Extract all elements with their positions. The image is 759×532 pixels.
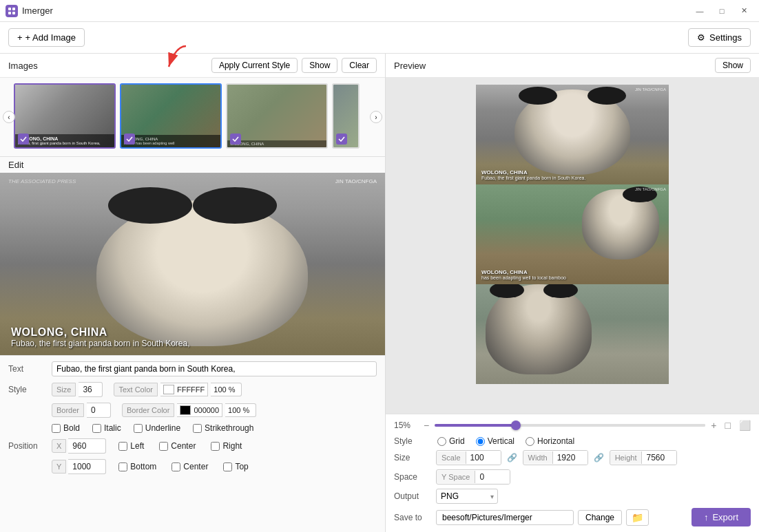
grid-radio[interactable] <box>437 437 446 446</box>
bold-checkbox[interactable]: Bold <box>52 423 80 433</box>
close-button[interactable]: ✕ <box>734 4 753 18</box>
apply-style-button[interactable]: Apply Current Style <box>211 58 298 73</box>
zoom-in-icon[interactable]: + <box>711 420 716 431</box>
border-value[interactable]: 0 <box>87 403 111 418</box>
border-color-group: Border Color 000000 100 % <box>122 403 256 417</box>
horizontal-radio[interactable] <box>526 437 534 446</box>
thumbnail-4[interactable] <box>332 83 360 149</box>
preview-image-2: WOLONG, CHINA has been adapting well to … <box>476 184 669 284</box>
size-group: Size 36 <box>52 382 103 397</box>
x-coord-group: X 960 <box>52 438 106 454</box>
x-label: X <box>52 439 66 453</box>
right-check-input[interactable] <box>211 442 220 451</box>
thumbnail-3[interactable]: WOLONG, CHINA <box>226 83 328 149</box>
minimize-button[interactable]: — <box>690 4 709 18</box>
zoom-out-icon[interactable]: − <box>424 420 429 431</box>
settings-button[interactable]: ⚙ Settings <box>688 28 751 47</box>
bottom-checkbox[interactable]: Bottom <box>118 462 156 471</box>
y-value[interactable]: 1000 <box>68 459 106 474</box>
scale-value[interactable]: 100 <box>466 451 501 465</box>
text-label: Text <box>8 364 46 374</box>
edit-section: Edit WOLONG, CHINA Fubao, the first gian… <box>0 157 385 532</box>
style-row-3: Bold Italic Underline Strikethrough <box>8 423 377 433</box>
border-color-pct[interactable]: 100 % <box>225 403 256 417</box>
y-label: Y <box>52 460 66 474</box>
underline-checkbox[interactable]: Underline <box>134 423 180 433</box>
show-button[interactable]: Show <box>302 58 337 73</box>
width-value[interactable]: 1920 <box>553 451 588 465</box>
export-icon: ↑ <box>704 512 709 522</box>
vertical-option[interactable]: Vertical <box>476 436 514 446</box>
zoom-fit-icon[interactable]: □ <box>725 420 731 431</box>
border-color-swatch <box>180 405 191 415</box>
bold-check-input[interactable] <box>52 424 61 433</box>
zoom-thumb[interactable] <box>511 421 521 430</box>
center2-check-input[interactable] <box>171 462 180 471</box>
thumbnail-1[interactable]: WOLONG, CHINA Fubao, first giant panda b… <box>14 83 116 149</box>
horizontal-option[interactable]: Horizontal <box>526 436 574 446</box>
center2-checkbox[interactable]: Center <box>171 462 208 471</box>
titlebar-left: Imerger <box>6 5 53 17</box>
left-check-input[interactable] <box>118 442 127 451</box>
scale-link-icon[interactable]: 🔗 <box>507 453 517 462</box>
output-label: Output <box>394 491 432 501</box>
add-image-button[interactable]: + + Add Image <box>8 28 85 47</box>
prev-cap-sub-2: has been adapting well to local bamboo <box>481 275 663 280</box>
size-value[interactable]: 36 <box>79 382 103 397</box>
prev-cap-sub-1: Fubao, the first giant panda born in Sou… <box>481 175 663 180</box>
thumbnails-list: WOLONG, CHINA Fubao, first giant panda b… <box>14 83 371 149</box>
preview-show-button[interactable]: Show <box>715 58 751 73</box>
output-format-select[interactable]: PNG JPG WEBP <box>436 489 498 504</box>
italic-check-input[interactable] <box>92 424 101 433</box>
canvas-watermark: THE ASSOCIATED PRESS <box>8 178 76 184</box>
thumbnails-prev-button[interactable]: ‹ <box>3 111 15 123</box>
vertical-radio[interactable] <box>476 437 485 446</box>
folder-icon: 📁 <box>632 512 643 523</box>
grid-option[interactable]: Grid <box>437 436 465 446</box>
text-input[interactable] <box>52 361 377 376</box>
size-options-label: Size <box>394 453 432 462</box>
clear-button[interactable]: Clear <box>342 58 377 73</box>
left-panel: Images Apply Current Style Show Clear ‹ <box>0 54 386 532</box>
border-color-swatch-group[interactable]: 000000 <box>177 403 222 417</box>
window-controls: — □ ✕ <box>690 4 753 18</box>
height-value[interactable]: 7560 <box>642 451 676 465</box>
top-checkbox[interactable]: Top <box>223 462 248 471</box>
text-color-swatch-group[interactable]: FFFFFF <box>160 383 208 396</box>
preview-area[interactable]: WOLONG, CHINA Fubao, the first giant pan… <box>386 78 759 414</box>
x-value[interactable]: 960 <box>68 438 106 454</box>
space-options-row: Space Y Space 0 <box>394 469 751 485</box>
zoom-slider[interactable] <box>435 424 705 427</box>
center-checkbox[interactable]: Center <box>159 441 196 451</box>
top-check-input[interactable] <box>223 462 232 471</box>
saveto-path-input[interactable] <box>436 510 574 525</box>
strikethrough-check-input[interactable] <box>193 424 202 433</box>
italic-checkbox[interactable]: Italic <box>92 423 121 433</box>
height-group: Height 7560 <box>610 450 678 465</box>
maximize-button[interactable]: □ <box>712 4 731 18</box>
thumbnail-2[interactable]: WOLONG, CHINA Fubao has been adapting we… <box>120 83 222 149</box>
y-space-value[interactable]: 0 <box>475 470 510 484</box>
right-checkbox[interactable]: Right <box>211 441 242 451</box>
prev-badge-2: JIN TAO/CNFGA <box>635 187 666 191</box>
border-color-label: Border Color <box>122 403 174 417</box>
size-link-icon[interactable]: 🔗 <box>594 453 604 462</box>
folder-button[interactable]: 📁 <box>626 509 649 526</box>
text-color-pct[interactable]: 100 % <box>211 383 242 396</box>
caption-title: WOLONG, CHINA <box>11 326 374 339</box>
style-row-1: Style Size 36 Text Color FFFFFF 100 % <box>8 382 377 397</box>
zoom-track <box>435 424 705 427</box>
underline-check-input[interactable] <box>134 424 143 433</box>
prev-caption-2: WOLONG, CHINA has been adapting well to … <box>481 269 663 280</box>
export-button[interactable]: ↑ Export <box>692 508 751 526</box>
bottom-check-input[interactable] <box>118 462 127 471</box>
panda-scene: WOLONG, CHINA Fubao, the first giant pan… <box>0 173 385 355</box>
thumbnails-next-button[interactable]: › <box>370 111 382 123</box>
app-title: Imerger <box>22 6 53 16</box>
change-button[interactable]: Change <box>578 510 622 525</box>
zoom-reset-icon[interactable]: ⬜ <box>739 420 751 431</box>
center-check-input[interactable] <box>159 442 168 451</box>
toolbar: + + Add Image ⚙ Settings <box>0 22 759 54</box>
left-checkbox[interactable]: Left <box>118 441 144 451</box>
strikethrough-checkbox[interactable]: Strikethrough <box>193 423 253 433</box>
